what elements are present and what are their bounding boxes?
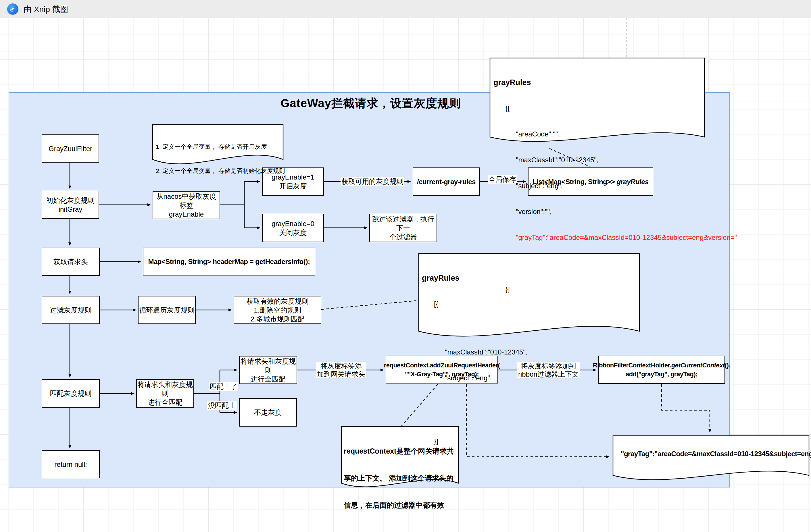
node-looprules[interactable]: 循环遍历灰度规则 xyxy=(138,296,196,324)
node-nacos[interactable]: 从nacos中获取灰度标签 grayEnable xyxy=(153,191,220,219)
node-fullmatch-top[interactable]: 将请求头和灰度规则 进行全匹配 xyxy=(239,356,297,384)
screenshot-stage: ✂ 由 Xnip 截图 xyxy=(0,0,811,532)
grayrules-red-line: "grayTag":"areaCode=&maxClassId=010-1234… xyxy=(493,233,737,242)
titlebar-label: 由 Xnip 截图 xyxy=(24,4,68,15)
node-filterrules[interactable]: 过滤灰度规则 xyxy=(42,296,100,324)
diagram-title: GateWay拦截请求，设置灰度规则 xyxy=(277,95,464,111)
note-top-text: 1. 定义一个全局变量， 存储是否开启灰度 2. 定义一个全局变量， 存储是否初… xyxy=(156,127,285,191)
node-skipfilter[interactable]: 跳过该过滤器，执行下一 个过滤器 xyxy=(369,214,437,242)
node-fullmatch-mid[interactable]: 将请求头和灰度规则 进行全匹配 xyxy=(136,379,194,408)
node-currentgrayrules[interactable]: /current-gray-rules xyxy=(413,168,480,195)
edge-label-add-to-gateway-header: 将灰度标签添 加到网关请求头 xyxy=(316,362,366,378)
edge-label-not-matched: 没匹配上 xyxy=(207,401,236,410)
edge-label-matched: 匹配上了 xyxy=(209,382,238,391)
node-nogray[interactable]: 不走灰度 xyxy=(239,398,297,426)
edge-label-get-available-rules: 获取可用的灰度规则 xyxy=(340,177,404,186)
node-effectiverules[interactable]: 获取有效的灰度规则 1.删除空的规则 2.多城市规则匹配 xyxy=(234,296,321,324)
node-matchrules[interactable]: 匹配灰度规则 xyxy=(42,379,100,408)
node-ribbonfilter[interactable]: RibbonFilterContextHolder.getCurrentCont… xyxy=(598,356,725,384)
node-initgray[interactable]: 初始化灰度规则 initGray xyxy=(42,191,99,219)
graytag-result-text: "grayTag":"areaCode=&maxClassId=010-1234… xyxy=(621,450,811,458)
xnip-scissors-icon: ✂ xyxy=(7,3,18,15)
grayrules-full-text: grayRules [{ "areaCode":"", "maxClassId"… xyxy=(493,61,737,311)
node-returnnull[interactable]: return null; xyxy=(42,450,100,478)
node-grayzuulfilter[interactable]: GrayZuulFilter xyxy=(42,135,99,162)
node-headermap[interactable]: Map<String, String> headerMap = getHeade… xyxy=(143,248,315,276)
note-requestcontext-text: requestContext是整个网关请求共 享的上下文。 添加到这个请求头的 … xyxy=(344,429,454,527)
node-grayenable0[interactable]: grayEnable=0 关闭灰度 xyxy=(262,214,324,242)
xnip-titlebar: ✂ 由 Xnip 截图 xyxy=(0,0,811,18)
node-getheaders[interactable]: 获取请求头 xyxy=(42,248,100,276)
